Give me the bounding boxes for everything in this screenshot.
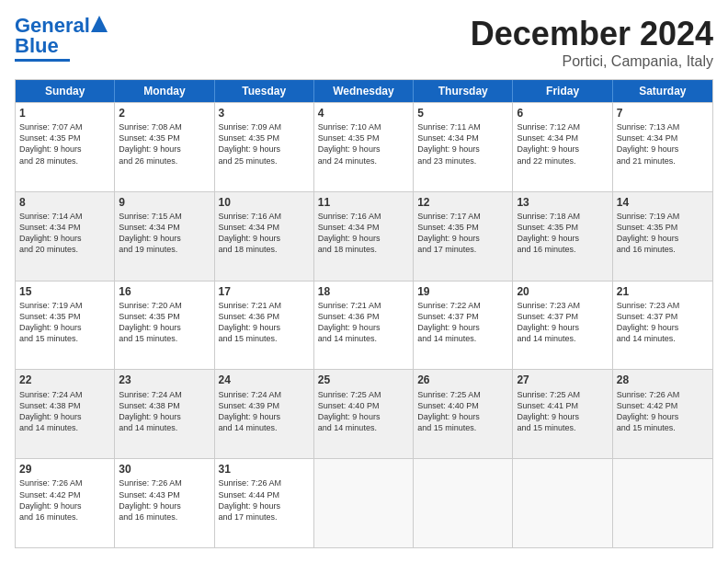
svg-marker-0 — [91, 16, 108, 32]
cal-header-day: Monday — [115, 80, 214, 102]
calendar: SundayMondayTuesdayWednesdayThursdayFrid… — [15, 79, 713, 548]
cell-line: Sunset: 4:42 PM — [19, 489, 110, 500]
calendar-row: 15Sunrise: 7:19 AMSunset: 4:35 PMDayligh… — [16, 281, 712, 370]
cell-line: Sunrise: 7:26 AM — [219, 477, 310, 488]
cell-line: Sunrise: 7:09 AM — [219, 121, 310, 132]
cal-cell: 14Sunrise: 7:19 AMSunset: 4:35 PMDayligh… — [613, 192, 712, 281]
cell-line: Daylight: 9 hours — [19, 233, 110, 244]
cell-line: Sunset: 4:36 PM — [219, 311, 310, 322]
cal-cell: 19Sunrise: 7:22 AMSunset: 4:37 PMDayligh… — [414, 282, 513, 370]
cal-cell: 26Sunrise: 7:25 AMSunset: 4:40 PMDayligh… — [414, 370, 513, 458]
day-number: 26 — [417, 373, 508, 387]
day-number: 24 — [219, 373, 310, 387]
cell-line: Sunrise: 7:21 AM — [318, 300, 409, 311]
cell-line: Daylight: 9 hours — [119, 322, 210, 333]
cal-header-day: Friday — [513, 80, 612, 102]
cell-line: Sunset: 4:35 PM — [19, 132, 110, 144]
day-number: 13 — [517, 195, 608, 210]
cell-line: Daylight: 9 hours — [119, 411, 210, 422]
cell-line: Sunrise: 7:26 AM — [617, 389, 709, 400]
cell-line: Sunrise: 7:15 AM — [119, 211, 210, 222]
cal-header-day: Sunday — [16, 80, 115, 102]
day-number: 3 — [219, 106, 310, 121]
cal-cell: 27Sunrise: 7:25 AMSunset: 4:41 PMDayligh… — [513, 370, 612, 458]
cell-line: Sunrise: 7:22 AM — [417, 300, 508, 311]
cell-line: Sunset: 4:35 PM — [19, 311, 110, 322]
cell-line: Sunset: 4:34 PM — [219, 222, 310, 233]
cell-line: and 16 minutes. — [617, 244, 709, 255]
cell-line: Sunset: 4:37 PM — [617, 311, 709, 322]
cell-line: Sunset: 4:34 PM — [417, 132, 508, 144]
cell-line: Daylight: 9 hours — [617, 322, 709, 333]
cal-cell: 1Sunrise: 7:07 AMSunset: 4:35 PMDaylight… — [16, 103, 115, 191]
cell-line: and 22 minutes. — [517, 155, 608, 167]
cal-cell: 7Sunrise: 7:13 AMSunset: 4:34 PMDaylight… — [613, 103, 712, 191]
cell-line: Daylight: 9 hours — [219, 411, 310, 422]
cell-line: and 14 minutes. — [119, 422, 210, 433]
cell-line: and 15 minutes. — [417, 422, 508, 433]
cell-line: Daylight: 9 hours — [417, 411, 508, 422]
cell-line: and 14 minutes. — [219, 422, 310, 433]
cal-cell: 4Sunrise: 7:10 AMSunset: 4:35 PMDaylight… — [314, 103, 414, 191]
cell-line: Daylight: 9 hours — [517, 233, 608, 244]
cell-line: Sunrise: 7:13 AM — [617, 121, 709, 132]
cal-cell: 21Sunrise: 7:23 AMSunset: 4:37 PMDayligh… — [613, 282, 712, 370]
cell-line: Sunset: 4:38 PM — [19, 400, 110, 411]
cal-cell: 24Sunrise: 7:24 AMSunset: 4:39 PMDayligh… — [215, 370, 314, 458]
calendar-header: SundayMondayTuesdayWednesdayThursdayFrid… — [16, 80, 712, 102]
cell-line: and 14 minutes. — [417, 333, 508, 344]
month-title: December 2024 — [471, 15, 713, 53]
day-number: 5 — [417, 106, 508, 121]
cell-line: Daylight: 9 hours — [617, 411, 709, 422]
cell-line: Sunrise: 7:12 AM — [517, 121, 608, 132]
calendar-row: 1Sunrise: 7:07 AMSunset: 4:35 PMDaylight… — [16, 102, 712, 191]
cal-header-day: Wednesday — [314, 80, 414, 102]
day-number: 8 — [19, 195, 110, 210]
cal-header-day: Thursday — [414, 80, 513, 102]
cell-line: and 15 minutes. — [119, 333, 210, 344]
cell-line: Sunset: 4:43 PM — [119, 489, 210, 500]
cell-line: Sunset: 4:35 PM — [119, 132, 210, 144]
cell-line: Sunset: 4:37 PM — [417, 311, 508, 322]
day-number: 11 — [318, 195, 409, 210]
cal-cell: 6Sunrise: 7:12 AMSunset: 4:34 PMDaylight… — [513, 103, 612, 191]
day-number: 4 — [318, 106, 409, 121]
header: General Blue December 2024 Portici, Camp… — [15, 15, 713, 70]
cell-line: Sunrise: 7:16 AM — [318, 211, 409, 222]
cell-line: Sunset: 4:34 PM — [119, 222, 210, 233]
cal-cell: 22Sunrise: 7:24 AMSunset: 4:38 PMDayligh… — [16, 370, 115, 458]
day-number: 20 — [517, 284, 608, 299]
cell-line: Daylight: 9 hours — [119, 500, 210, 511]
cell-line: Sunset: 4:37 PM — [517, 311, 608, 322]
day-number: 31 — [219, 462, 310, 477]
day-number: 9 — [119, 195, 210, 210]
cal-cell: 18Sunrise: 7:21 AMSunset: 4:36 PMDayligh… — [314, 282, 414, 370]
cell-line: Daylight: 9 hours — [19, 144, 110, 155]
cell-line: Sunset: 4:34 PM — [318, 222, 409, 233]
cell-line: Daylight: 9 hours — [119, 144, 210, 155]
cell-line: Sunset: 4:38 PM — [119, 400, 210, 411]
cell-line: and 17 minutes. — [417, 244, 508, 255]
cell-line: Sunset: 4:44 PM — [219, 489, 310, 500]
cell-line: Sunset: 4:34 PM — [19, 222, 110, 233]
day-number: 1 — [19, 106, 110, 121]
cell-line: and 14 minutes. — [517, 333, 608, 344]
calendar-row: 22Sunrise: 7:24 AMSunset: 4:38 PMDayligh… — [16, 369, 712, 458]
calendar-body: 1Sunrise: 7:07 AMSunset: 4:35 PMDaylight… — [16, 102, 712, 547]
cell-line: Sunset: 4:35 PM — [517, 222, 608, 233]
cell-line: and 23 minutes. — [417, 155, 508, 167]
cell-line: Sunset: 4:41 PM — [517, 400, 608, 411]
cell-line: and 18 minutes. — [318, 244, 409, 255]
cal-cell: 3Sunrise: 7:09 AMSunset: 4:35 PMDaylight… — [215, 103, 314, 191]
cell-line: Daylight: 9 hours — [19, 500, 110, 511]
cell-line: and 21 minutes. — [617, 155, 709, 167]
day-number: 28 — [617, 373, 709, 387]
cell-line: Sunset: 4:35 PM — [119, 311, 210, 322]
cell-line: Sunrise: 7:17 AM — [417, 211, 508, 222]
cell-line: and 19 minutes. — [119, 244, 210, 255]
cell-line: Sunrise: 7:21 AM — [219, 300, 310, 311]
cal-cell: 29Sunrise: 7:26 AMSunset: 4:42 PMDayligh… — [16, 459, 115, 547]
logo-triangle-icon — [91, 16, 108, 32]
cell-line: Daylight: 9 hours — [617, 233, 709, 244]
cell-line: Sunrise: 7:24 AM — [19, 389, 110, 400]
